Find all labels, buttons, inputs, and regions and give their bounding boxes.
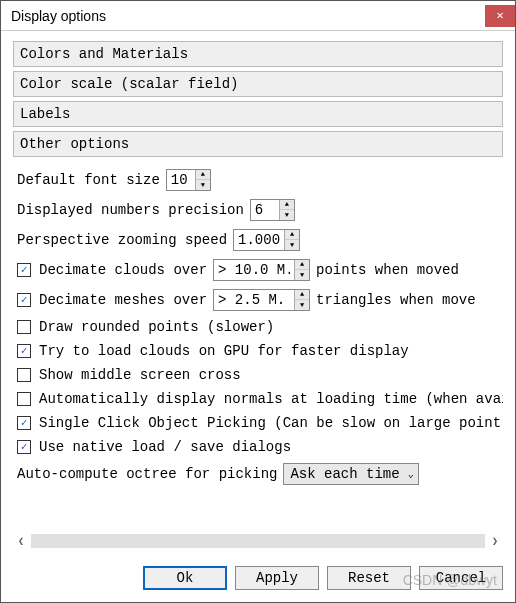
spin-buttons: ▲ ▼ <box>284 230 299 250</box>
decimate-clouds-input[interactable] <box>214 260 294 280</box>
decimate-clouds-suffix: points when moved <box>316 262 459 278</box>
close-icon: ✕ <box>496 8 503 23</box>
single-click-label: Single Click Object Picking (Can be slow… <box>39 415 503 431</box>
auto-normals-checkbox[interactable] <box>17 392 31 406</box>
scroll-right-icon[interactable]: ❯ <box>487 533 503 549</box>
titlebar: Display options ✕ <box>1 1 515 31</box>
spin-up-icon[interactable]: ▲ <box>196 170 210 180</box>
close-button[interactable]: ✕ <box>485 5 515 27</box>
decimate-meshes-checkbox[interactable] <box>17 293 31 307</box>
middle-cross-checkbox[interactable] <box>17 368 31 382</box>
row-single-click: Single Click Object Picking (Can be slow… <box>17 415 503 431</box>
decimate-meshes-label: Decimate meshes over <box>39 292 207 308</box>
decimate-meshes-suffix: triangles when move <box>316 292 476 308</box>
row-middle-cross: Show middle screen cross <box>17 367 503 383</box>
reset-button[interactable]: Reset <box>327 566 411 590</box>
spin-up-icon[interactable]: ▲ <box>295 290 309 300</box>
spin-down-icon[interactable]: ▼ <box>295 300 309 310</box>
precision-spinbox[interactable]: ▲ ▼ <box>250 199 295 221</box>
rounded-points-checkbox[interactable] <box>17 320 31 334</box>
row-native-dialogs: Use native load / save dialogs <box>17 439 503 455</box>
octree-label: Auto-compute octree for picking <box>17 466 277 482</box>
row-precision: Displayed numbers precision ▲ ▼ <box>17 199 503 221</box>
octree-value: Ask each time <box>290 466 399 482</box>
spin-buttons: ▲ ▼ <box>195 170 210 190</box>
zoom-input[interactable] <box>234 230 284 250</box>
auto-normals-label: Automatically display normals at loading… <box>39 391 503 407</box>
zoom-label: Perspective zooming speed <box>17 232 227 248</box>
row-rounded-points: Draw rounded points (slower) <box>17 319 503 335</box>
single-click-checkbox[interactable] <box>17 416 31 430</box>
native-dialogs-label: Use native load / save dialogs <box>39 439 291 455</box>
row-octree: Auto-compute octree for picking Ask each… <box>17 463 503 485</box>
decimate-meshes-input[interactable] <box>214 290 294 310</box>
horizontal-scrollbar[interactable]: ❮ ❯ <box>13 532 503 550</box>
scroll-track[interactable] <box>31 534 485 548</box>
other-options-body: Default font size ▲ ▼ Displayed numbers … <box>13 161 503 528</box>
content-area: Colors and Materials Color scale (scalar… <box>1 31 515 558</box>
row-decimate-clouds: Decimate clouds over ▲ ▼ points when mov… <box>17 259 503 281</box>
decimate-meshes-spinbox[interactable]: ▲ ▼ <box>213 289 310 311</box>
button-row: Ok Apply Reset Cancel CSDN @dbwyt <box>1 558 515 602</box>
precision-label: Displayed numbers precision <box>17 202 244 218</box>
spin-down-icon[interactable]: ▼ <box>285 240 299 250</box>
spin-buttons: ▲ ▼ <box>294 260 309 280</box>
row-gpu-load: Try to load clouds on GPU for faster dis… <box>17 343 503 359</box>
row-auto-normals: Automatically display normals at loading… <box>17 391 503 407</box>
apply-button[interactable]: Apply <box>235 566 319 590</box>
row-decimate-meshes: Decimate meshes over ▲ ▼ triangles when … <box>17 289 503 311</box>
chevron-down-icon: ⌄ <box>408 468 414 480</box>
decimate-clouds-spinbox[interactable]: ▲ ▼ <box>213 259 310 281</box>
font-size-input[interactable] <box>167 170 195 190</box>
gpu-load-label: Try to load clouds on GPU for faster dis… <box>39 343 409 359</box>
window-title: Display options <box>11 8 485 24</box>
ok-button[interactable]: Ok <box>143 566 227 590</box>
spin-down-icon[interactable]: ▼ <box>280 210 294 220</box>
spin-buttons: ▲ ▼ <box>294 290 309 310</box>
dialog-window: Display options ✕ Colors and Materials C… <box>0 0 516 603</box>
spin-down-icon[interactable]: ▼ <box>295 270 309 280</box>
precision-input[interactable] <box>251 200 279 220</box>
section-other-options[interactable]: Other options <box>13 131 503 157</box>
decimate-clouds-label: Decimate clouds over <box>39 262 207 278</box>
rounded-points-label: Draw rounded points (slower) <box>39 319 274 335</box>
section-colors-materials[interactable]: Colors and Materials <box>13 41 503 67</box>
spin-up-icon[interactable]: ▲ <box>285 230 299 240</box>
scroll-left-icon[interactable]: ❮ <box>13 533 29 549</box>
cancel-button[interactable]: Cancel <box>419 566 503 590</box>
row-font-size: Default font size ▲ ▼ <box>17 169 503 191</box>
native-dialogs-checkbox[interactable] <box>17 440 31 454</box>
section-color-scale[interactable]: Color scale (scalar field) <box>13 71 503 97</box>
middle-cross-label: Show middle screen cross <box>39 367 241 383</box>
spin-up-icon[interactable]: ▲ <box>280 200 294 210</box>
spin-down-icon[interactable]: ▼ <box>196 180 210 190</box>
row-zoom-speed: Perspective zooming speed ▲ ▼ <box>17 229 503 251</box>
zoom-spinbox[interactable]: ▲ ▼ <box>233 229 300 251</box>
font-size-spinbox[interactable]: ▲ ▼ <box>166 169 211 191</box>
spin-up-icon[interactable]: ▲ <box>295 260 309 270</box>
section-labels[interactable]: Labels <box>13 101 503 127</box>
octree-select[interactable]: Ask each time ⌄ <box>283 463 418 485</box>
spin-buttons: ▲ ▼ <box>279 200 294 220</box>
font-size-label: Default font size <box>17 172 160 188</box>
decimate-clouds-checkbox[interactable] <box>17 263 31 277</box>
gpu-load-checkbox[interactable] <box>17 344 31 358</box>
